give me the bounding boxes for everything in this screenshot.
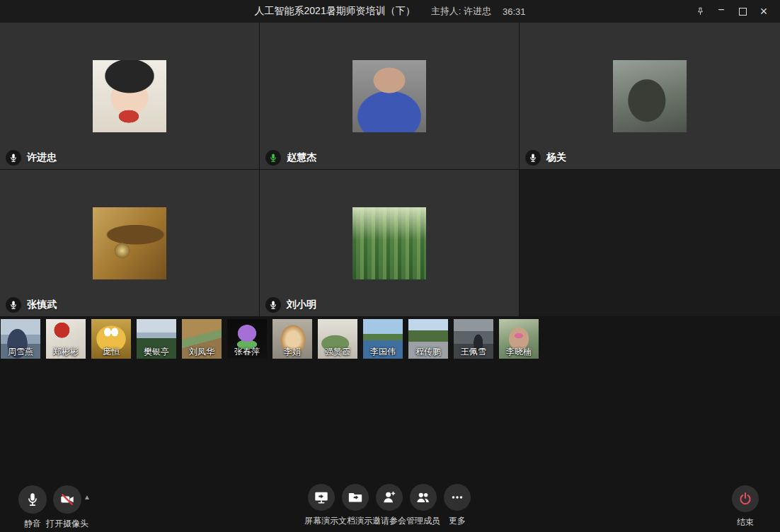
doc-share-label: 文档演示 <box>338 515 372 527</box>
bottom-toolbar: 静音 打开摄像头 ▲ 屏幕演示 文档演示 <box>0 484 780 532</box>
close-icon: × <box>760 5 768 18</box>
thumbnail-name: 李国伟 <box>363 346 403 358</box>
camera-off-icon <box>53 485 81 514</box>
participant-name: 许进忠 <box>27 151 57 164</box>
doc-share-button[interactable]: 文档演示 <box>338 484 372 527</box>
mic-status-icon <box>6 297 21 313</box>
participant-thumbnail[interactable]: 周雪燕 <box>1 319 40 359</box>
invite-label: 邀请参会 <box>372 515 406 527</box>
camera-label: 打开摄像头 <box>46 518 88 530</box>
participant-name: 杨关 <box>546 151 566 164</box>
doc-share-icon <box>342 484 369 511</box>
mic-active-icon <box>265 150 281 166</box>
thumbnail-name: 李晓楠 <box>499 346 539 358</box>
mic-status-icon <box>525 150 541 166</box>
meeting-window: 人工智能系2021暑期师资培训（下） 主持人: 许进忠 36:31 − × 许进… <box>0 0 780 532</box>
participant-thumbnail[interactable]: 樊银亭 <box>137 319 176 359</box>
participant-avatar <box>352 207 426 279</box>
thumbnail-name: 程传鹏 <box>408 346 448 358</box>
participant-avatar <box>613 60 687 132</box>
screen-share-icon <box>308 484 335 511</box>
center-tools: 屏幕演示 文档演示 邀请参会 管理成员 <box>304 484 474 527</box>
participant-thumbnail[interactable]: 李晓楠 <box>499 319 539 359</box>
participant-name: 刘小明 <box>287 299 316 311</box>
participant-namebar: 赵慧杰 <box>265 150 316 166</box>
title-group: 人工智能系2021暑期师资培训（下） 主持人: 许进忠 36:31 <box>255 0 526 23</box>
participant-thumbnail[interactable]: 刘凤华 <box>182 319 222 359</box>
participant-thumbnail[interactable]: 强赞霞 <box>318 319 357 359</box>
invite-person-icon <box>376 484 403 511</box>
maximize-button[interactable] <box>732 0 753 23</box>
maximize-icon <box>739 8 747 16</box>
more-dots-icon <box>444 484 471 511</box>
mute-label: 静音 <box>24 518 41 530</box>
participant-namebar: 张慎武 <box>6 297 57 313</box>
members-icon <box>410 484 437 511</box>
thumbnail-name: 强赞霞 <box>318 346 357 358</box>
more-button[interactable]: 更多 <box>440 484 474 527</box>
screen-share-label: 屏幕演示 <box>304 515 338 527</box>
thumbnail-name: 李娟 <box>273 346 312 358</box>
minimize-button[interactable]: − <box>711 0 732 23</box>
participant-name: 赵慧杰 <box>287 151 316 164</box>
minimize-icon: − <box>718 4 724 16</box>
participant-filmstrip: 周雪燕 郑彬彬 庞恒 樊银亭 刘凤华 张春萍 李娟 强赞霞 李国伟 程传鹏 王佩… <box>1 319 539 359</box>
participant-thumbnail[interactable]: 庞恒 <box>91 319 131 359</box>
participant-thumbnail[interactable]: 李国伟 <box>363 319 403 359</box>
meeting-timer: 36:31 <box>503 6 526 17</box>
thumbnail-name: 庞恒 <box>91 346 131 358</box>
participant-avatar <box>93 207 166 279</box>
participant-name: 张慎武 <box>27 299 57 311</box>
camera-options-caret[interactable]: ▲ <box>84 494 91 501</box>
participant-thumbnail[interactable]: 张春萍 <box>227 319 267 359</box>
thumbnail-name: 樊银亭 <box>137 346 176 358</box>
thumbnail-name: 刘凤华 <box>182 346 222 358</box>
host-label: 主持人: 许进忠 <box>431 5 491 18</box>
window-controls: − × <box>689 0 774 23</box>
mic-status-icon <box>265 297 281 313</box>
mute-button[interactable]: 静音 <box>18 485 47 530</box>
video-tile[interactable]: 赵慧杰 <box>260 23 519 169</box>
manage-members-label: 管理成员 <box>406 515 440 527</box>
screen-share-button[interactable]: 屏幕演示 <box>304 484 338 527</box>
titlebar: 人工智能系2021暑期师资培训（下） 主持人: 许进忠 36:31 − × <box>0 0 780 23</box>
participant-namebar: 杨关 <box>525 150 566 166</box>
power-icon <box>732 485 759 512</box>
thumbnail-name: 郑彬彬 <box>46 346 86 358</box>
mic-status-icon <box>6 150 21 166</box>
participant-thumbnail[interactable]: 郑彬彬 <box>46 319 86 359</box>
thumbnail-name: 王佩雪 <box>454 346 493 358</box>
more-label: 更多 <box>449 515 466 527</box>
meeting-title: 人工智能系2021暑期师资培训（下） <box>255 5 415 18</box>
participant-namebar: 刘小明 <box>265 297 316 313</box>
participant-thumbnail[interactable]: 李娟 <box>273 319 312 359</box>
participant-thumbnail[interactable]: 王佩雪 <box>454 319 493 359</box>
close-button[interactable]: × <box>753 0 774 23</box>
microphone-icon <box>18 485 47 514</box>
end-meeting-label: 结束 <box>737 516 754 528</box>
participant-namebar: 许进忠 <box>6 150 57 166</box>
invite-button[interactable]: 邀请参会 <box>372 484 406 527</box>
camera-button[interactable]: 打开摄像头 <box>53 485 81 530</box>
thumbnail-name: 周雪燕 <box>1 346 40 358</box>
manage-members-button[interactable]: 管理成员 <box>406 484 440 527</box>
empty-grid-cell <box>520 170 780 316</box>
participant-avatar <box>93 60 166 132</box>
thumbnail-name: 张春萍 <box>227 346 267 358</box>
end-meeting-button[interactable]: 结束 <box>731 485 759 528</box>
video-tile[interactable]: 刘小明 <box>260 170 519 316</box>
participant-thumbnail[interactable]: 程传鹏 <box>408 319 448 359</box>
video-tile[interactable]: 许进忠 <box>0 23 259 169</box>
video-tile[interactable]: 张慎武 <box>0 170 259 316</box>
participant-avatar <box>352 60 426 132</box>
pin-icon[interactable] <box>689 0 711 23</box>
video-tile[interactable]: 杨关 <box>520 23 780 169</box>
